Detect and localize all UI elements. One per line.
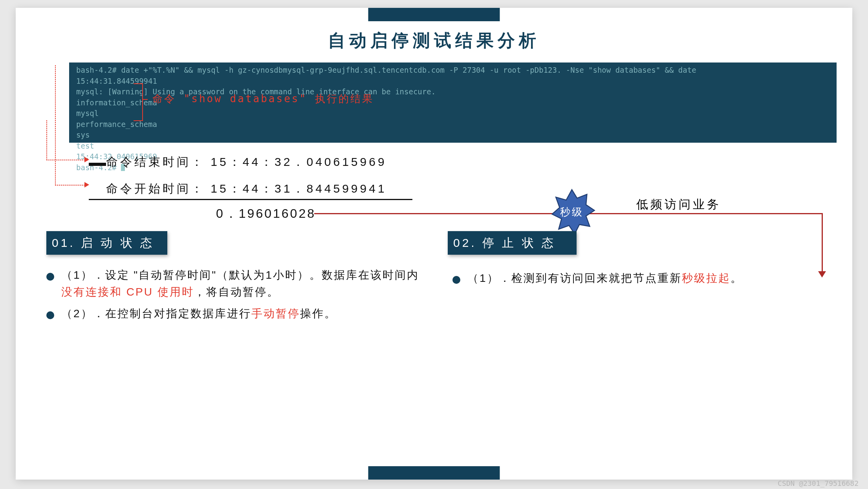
leader-start-arrow-icon	[84, 182, 89, 188]
divider-line	[89, 199, 412, 200]
text: 。	[731, 272, 743, 284]
section-pill-running: 01. 启 动 状 态 下 ：	[46, 231, 167, 255]
emph: 没有连接和 CPU 使用时	[61, 286, 194, 298]
bullet-icon	[46, 311, 54, 319]
text: ，将自动暂停。	[194, 286, 279, 298]
connector-line-left	[314, 213, 558, 214]
star-badge-text: 秒级	[548, 205, 595, 219]
emph: 秒级拉起	[682, 272, 731, 284]
minus-sign	[89, 163, 106, 166]
end-time-row: 命令结束时间： 15：44：32．040615969	[106, 154, 387, 170]
stopped-point-1: （1）．检测到有访问回来就把节点重新秒级拉起。	[467, 270, 833, 287]
bullet-icon	[46, 273, 54, 281]
text: （2）．在控制台对指定数据库进行	[61, 307, 251, 320]
leader-end-arrow-icon	[84, 157, 89, 162]
running-point-2: （2）．在控制台对指定数据库进行手动暂停操作。	[61, 305, 427, 322]
watermark: CSDN @2301_79516682	[778, 479, 859, 487]
bullet-icon	[452, 276, 460, 284]
result-bracket	[134, 83, 143, 121]
result-annotation: 命令 "show databases" 执行的结果	[152, 92, 374, 106]
connector-line-down	[822, 213, 823, 272]
slide-title: 自动启停测试结果分析	[16, 29, 852, 52]
leader-end-h	[46, 160, 85, 160]
end-time-label: 命令结束时间：	[106, 155, 205, 168]
leader-end-v	[46, 120, 47, 160]
leader-start-h	[55, 185, 85, 186]
emph: 手动暂停	[251, 307, 300, 320]
end-time-value: 15：44：32．040615969	[211, 155, 386, 168]
leader-start-v	[55, 65, 56, 186]
text: 操作。	[300, 307, 337, 320]
start-time-label: 命令开始时间：	[106, 182, 205, 195]
start-time-row: 命令开始时间： 15：44：31．844599941	[106, 181, 387, 197]
running-point-1: （1）．设定 "自动暂停时间"（默认为1小时）。数据库在该时间内没有连接和 CP…	[61, 267, 427, 301]
result-dash	[142, 99, 148, 100]
text: （1）．检测到有访问回来就把节点重新	[467, 272, 682, 284]
connector-line-right	[589, 213, 822, 214]
section-pill-stopped: 02. 停 止 状 态 下 ：	[448, 231, 577, 255]
text: （1）．设定 "自动暂停时间"（默认为1小时）。数据库在该时间内	[61, 269, 419, 281]
top-accent-bar	[368, 8, 500, 21]
low-freq-label: 低频访问业务	[636, 197, 721, 213]
bottom-accent-bar	[368, 466, 500, 480]
time-difference: 0．196016028	[216, 205, 316, 222]
star-badge: 秒级	[548, 189, 595, 236]
start-time-value: 15：44：31．844599941	[211, 182, 386, 195]
